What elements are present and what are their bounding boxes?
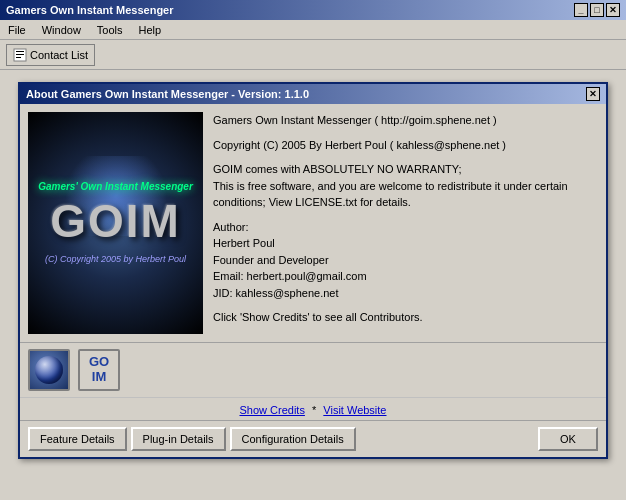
author-label: Author: (213, 221, 248, 233)
author-jid: JID: kahless@sphene.net (213, 287, 339, 299)
link-separator: * (312, 404, 316, 416)
menu-tools[interactable]: Tools (93, 23, 127, 37)
dialog-body: Gamers' Own Instant Messenger GOIM (C) C… (20, 104, 606, 342)
contact-list-icon (13, 48, 27, 62)
goim-sphere-icon (28, 349, 70, 391)
configuration-details-button[interactable]: Configuration Details (230, 427, 356, 451)
maximize-button[interactable]: □ (590, 3, 604, 17)
window-controls: _ □ ✕ (574, 3, 620, 17)
author-info: Author: Herbert Poul Founder and Develop… (213, 219, 598, 302)
visit-website-link[interactable]: Visit Website (323, 404, 386, 416)
logo-name: GOIM (50, 194, 181, 248)
main-area: About Gamers Own Instant Messenger - Ver… (0, 70, 626, 471)
logo-panel: Gamers' Own Instant Messenger GOIM (C) C… (28, 112, 203, 334)
copyright-line: Copyright (C) 2005 By Herbert Poul ( kah… (213, 137, 598, 154)
window-title-text: Gamers Own Instant Messenger (6, 4, 174, 16)
logo-tagline: Gamers' Own Instant Messenger (38, 181, 193, 192)
dialog-title-bar: About Gamers Own Instant Messenger - Ver… (20, 84, 606, 104)
svg-rect-3 (16, 57, 21, 58)
warranty-text: GOIM comes with ABSOLUTELY NO WARRANTY;T… (213, 161, 598, 211)
dialog-title-text: About Gamers Own Instant Messenger - Ver… (26, 88, 309, 100)
dialog-close-button[interactable]: ✕ (586, 87, 600, 101)
author-email: Email: herbert.poul@gmail.com (213, 270, 367, 282)
feature-details-button[interactable]: Feature Details (28, 427, 127, 451)
about-dialog: About Gamers Own Instant Messenger - Ver… (18, 82, 608, 459)
links-row: Show Credits * Visit Website (20, 397, 606, 420)
menu-file[interactable]: File (4, 23, 30, 37)
contact-list-button[interactable]: Contact List (6, 44, 95, 66)
app-url-line: Gamers Own Instant Messenger ( http://go… (213, 112, 598, 129)
window-title: Gamers Own Instant Messenger (6, 4, 174, 16)
sphere-shape (35, 356, 63, 384)
plugin-details-button[interactable]: Plug-in Details (131, 427, 226, 451)
goim-text-icon: GOIM (78, 349, 120, 391)
icon-row: GOIM (20, 342, 606, 397)
contact-list-label: Contact List (30, 49, 88, 61)
show-credits-link[interactable]: Show Credits (239, 404, 304, 416)
left-buttons: Feature Details Plug-in Details Configur… (28, 427, 356, 451)
menu-window[interactable]: Window (38, 23, 85, 37)
logo-copyright: (C) Copyright 2005 by Herbert Poul (45, 254, 186, 264)
menu-help[interactable]: Help (135, 23, 166, 37)
dialog-buttons: Feature Details Plug-in Details Configur… (20, 420, 606, 457)
author-role: Founder and Developer (213, 254, 329, 266)
close-button[interactable]: ✕ (606, 3, 620, 17)
credits-hint: Click 'Show Credits' to see all Contribu… (213, 309, 598, 326)
svg-rect-2 (16, 54, 24, 55)
svg-rect-1 (16, 51, 24, 52)
ok-button[interactable]: OK (538, 427, 598, 451)
window-title-bar: Gamers Own Instant Messenger _ □ ✕ (0, 0, 626, 20)
menu-bar: File Window Tools Help (0, 20, 626, 40)
info-panel: Gamers Own Instant Messenger ( http://go… (213, 112, 598, 334)
toolbar: Contact List (0, 40, 626, 70)
author-name: Herbert Poul (213, 237, 275, 249)
minimize-button[interactable]: _ (574, 3, 588, 17)
